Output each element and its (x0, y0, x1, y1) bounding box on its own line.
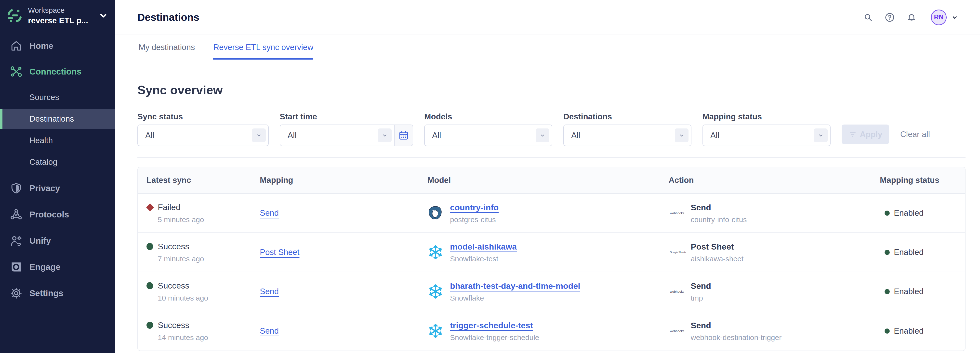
sync-time-text: 14 minutes ago (158, 333, 208, 342)
sidebar-item-unify[interactable]: Unify (0, 231, 115, 250)
sync-status-text: Failed (158, 202, 204, 212)
mapping-status-text: Enabled (894, 248, 924, 257)
success-status-icon (146, 321, 158, 329)
table-row: Success 10 minutes ago Send bharath-test… (138, 272, 965, 311)
avatar[interactable]: RN (931, 9, 947, 25)
main-area: Destinations RN My destinations Reverse … (115, 0, 980, 353)
model-link[interactable]: trigger-schedule-test (450, 321, 533, 330)
google-sheets-logo: Google Sheets (669, 249, 684, 255)
help-button[interactable] (884, 12, 895, 23)
model-link[interactable]: bharath-test-day-and-time-model (450, 281, 580, 290)
rudderstack-logo-icon (7, 8, 22, 24)
sync-overview-table: Latest sync Mapping Model Action Mapping… (137, 167, 966, 351)
column-model: Model (428, 176, 669, 185)
destinations-select[interactable]: All (563, 125, 692, 146)
sync-time-text: 7 minutes ago (158, 255, 204, 263)
chevron-down-icon (814, 128, 827, 142)
calendar-button[interactable] (395, 125, 413, 146)
search-icon (863, 13, 873, 22)
failed-status-icon (146, 204, 158, 210)
sidebar-item-connections[interactable]: Connections (0, 62, 115, 81)
action-subtitle: tmp (691, 294, 711, 302)
sync-time-text: 10 minutes ago (158, 294, 208, 302)
sidebar-item-label: Connections (29, 66, 81, 76)
model-link[interactable]: country-info (450, 203, 499, 212)
filter-label-mapping-status: Mapping status (703, 112, 830, 122)
snowflake-icon (428, 283, 444, 299)
action-title: Send (691, 203, 747, 212)
home-icon (10, 40, 22, 52)
snowflake-icon (428, 244, 444, 260)
table-row: Success 7 minutes ago Post Sheet model-a… (138, 233, 965, 272)
sidebar-item-settings[interactable]: Settings (0, 283, 115, 303)
sync-status-text: Success (158, 241, 204, 251)
column-mapping-status: Mapping status (873, 176, 965, 185)
chevron-down-icon (99, 11, 108, 21)
calendar-icon (398, 130, 409, 141)
sidebar-item-engage[interactable]: Engage (0, 257, 115, 277)
action-subtitle: country-info-citus (691, 215, 747, 224)
table-header: Latest sync Mapping Model Action Mapping… (138, 167, 965, 194)
enabled-dot-icon (885, 250, 890, 255)
action-title: Post Sheet (691, 242, 743, 252)
tab-reverse-etl-sync-overview[interactable]: Reverse ETL sync overview (213, 35, 313, 60)
model-link[interactable]: model-aishikawa (450, 242, 517, 251)
clear-all-button[interactable]: Clear all (900, 125, 930, 144)
sidebar-item-health[interactable]: Health (0, 131, 115, 150)
column-mapping: Mapping (260, 176, 428, 185)
apply-button[interactable]: Apply (842, 125, 889, 144)
enabled-dot-icon (885, 328, 890, 334)
avatar-initials: RN (934, 13, 944, 21)
unify-icon (10, 234, 22, 247)
action-title: Send (691, 281, 711, 291)
webhooks-logo: webhooks (669, 328, 684, 334)
sync-status-select[interactable]: All (137, 125, 269, 146)
mapping-status-select[interactable]: All (703, 125, 830, 146)
filter-label-sync-status: Sync status (137, 112, 269, 122)
filter-icon (848, 130, 857, 139)
sidebar-item-home[interactable]: Home (0, 36, 115, 55)
mapping-link[interactable]: Post Sheet (260, 248, 299, 256)
sidebar-item-protocols[interactable]: Protocols (0, 205, 115, 224)
gear-icon (10, 287, 22, 299)
account-chevron-down-icon[interactable] (951, 14, 958, 21)
chevron-down-icon (378, 128, 391, 142)
search-button[interactable] (863, 13, 873, 22)
sidebar-item-privacy[interactable]: Privacy (0, 179, 115, 198)
help-icon (884, 12, 895, 23)
sidebar-item-catalog[interactable]: Catalog (0, 152, 115, 172)
enabled-dot-icon (885, 211, 890, 216)
sidebar-item-label: Home (29, 41, 53, 51)
chevron-down-icon (536, 128, 549, 142)
mapping-link[interactable]: Send (260, 208, 279, 217)
sidebar-item-sources[interactable]: Sources (0, 87, 115, 107)
engage-icon (10, 261, 22, 273)
action-title: Send (691, 320, 781, 330)
sync-status-text: Success (158, 281, 208, 290)
workspace-label: Workspace (28, 6, 88, 15)
webhooks-logo: webhooks (669, 210, 684, 216)
protocols-icon (10, 208, 22, 221)
section-heading: Sync overview (137, 83, 966, 98)
tab-my-destinations[interactable]: My destinations (138, 35, 195, 60)
models-select[interactable]: All (424, 125, 552, 146)
content: Sync overview Sync status All Start time… (115, 60, 966, 351)
connections-icon (10, 65, 22, 78)
success-status-icon (146, 282, 158, 289)
sidebar: Workspace reverse ETL p... Home Connecti… (0, 0, 115, 353)
chevron-down-icon (252, 128, 266, 142)
mapping-link[interactable]: Send (260, 326, 279, 336)
mapping-link[interactable]: Send (260, 287, 279, 296)
table-row: Success 14 minutes ago Send trigger-sche… (138, 311, 965, 351)
column-latest-sync: Latest sync (138, 176, 260, 185)
table-row: Failed 5 minutes ago Send country-info p… (138, 194, 965, 233)
model-source: Snowflake-trigger-schedule (450, 333, 539, 342)
mapping-status-text: Enabled (894, 287, 924, 296)
workspace-switcher[interactable]: Workspace reverse ETL p... (0, 0, 115, 32)
mapping-status-text: Enabled (894, 208, 924, 218)
start-time-select[interactable]: All (280, 125, 395, 146)
divider (137, 157, 966, 158)
notifications-button[interactable] (907, 12, 917, 22)
tab-bar: My destinations Reverse ETL sync overvie… (115, 35, 980, 60)
sidebar-item-destinations[interactable]: Destinations (0, 109, 115, 129)
